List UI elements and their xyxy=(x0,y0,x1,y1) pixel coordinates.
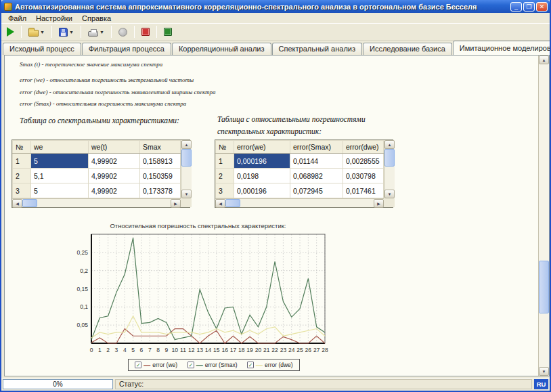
cell-error-we[interactable]: 0,0198 xyxy=(234,169,290,183)
scrollbar-thumb[interactable] xyxy=(225,199,240,207)
svg-text:21: 21 xyxy=(263,347,270,353)
chevron-down-icon: ▼ xyxy=(100,30,104,35)
legend-checkbox-error-smax[interactable]: ✓ xyxy=(188,362,194,368)
window-titlebar: Автоматизированная система аппроксиматив… xyxy=(1,0,550,13)
content-vertical-scrollbar[interactable]: ▲ ▼ xyxy=(538,56,549,376)
column-header-smax[interactable]: Smax xyxy=(140,141,181,154)
scroll-right-button[interactable]: ▶ xyxy=(374,199,384,208)
maximize-button[interactable]: ❐ xyxy=(523,2,535,12)
cell-error-we[interactable]: 0,000196 xyxy=(234,183,290,198)
tab-simulation-modeling[interactable]: Имитационное моделирование xyxy=(453,41,551,55)
svg-text:25: 25 xyxy=(296,347,303,353)
errors-line-chart: 0,050,10,150,20,250123456789101112131415… xyxy=(66,230,330,356)
scroll-up-button[interactable]: ▲ xyxy=(181,140,192,149)
scroll-down-button[interactable]: ▼ xyxy=(181,190,192,198)
scroll-left-button[interactable]: ◀ xyxy=(215,199,225,208)
cell-error-dwe[interactable]: 0,017461 xyxy=(343,183,384,198)
cell-smax[interactable]: 0,158913 xyxy=(140,154,181,169)
scroll-down-button[interactable]: ▼ xyxy=(384,190,395,198)
svg-text:10: 10 xyxy=(171,347,178,353)
cell-smax[interactable]: 0,150359 xyxy=(140,169,181,183)
row-number-cell[interactable]: 2 xyxy=(13,169,31,183)
scroll-up-button[interactable]: ▲ xyxy=(539,56,549,64)
column-header-number[interactable]: № xyxy=(216,141,234,154)
right-table-title-line1: Таблица с относительными погрешностями xyxy=(217,115,366,123)
printer-icon xyxy=(88,31,98,37)
svg-text:2: 2 xyxy=(106,347,110,353)
svg-text:7: 7 xyxy=(148,347,152,353)
open-folder-icon xyxy=(28,30,39,37)
app-icon xyxy=(4,3,12,11)
svg-text:22: 22 xyxy=(271,347,278,353)
minimize-button[interactable]: _ xyxy=(510,2,522,12)
cell-smax[interactable]: 0,173378 xyxy=(140,183,181,198)
column-header-error-smax[interactable]: error(Smax) xyxy=(290,141,343,154)
column-header-wet[interactable]: we(t) xyxy=(89,141,140,154)
legend-checkbox-error-we[interactable]: ✓ xyxy=(135,362,141,368)
cell-error-smax[interactable]: 0,01144 xyxy=(290,154,343,169)
stop-button[interactable] xyxy=(139,25,152,39)
close-button[interactable]: ✕ xyxy=(536,2,548,12)
chevron-down-icon: ▼ xyxy=(69,30,74,35)
menu-item-file[interactable]: Файл xyxy=(4,14,30,23)
print-button[interactable]: ▼ xyxy=(85,25,107,39)
scrollbar-thumb[interactable] xyxy=(539,261,549,313)
tab-source-process[interactable]: Исходный процесс xyxy=(3,43,81,55)
row-number-cell[interactable]: 1 xyxy=(216,154,234,169)
cell-error-smax[interactable]: 0,072945 xyxy=(290,183,343,198)
cell-error-smax[interactable]: 0,068982 xyxy=(290,169,343,183)
scroll-up-button[interactable]: ▲ xyxy=(384,140,395,149)
column-header-we[interactable]: we xyxy=(31,141,89,154)
column-header-error-dwe[interactable]: error(dwe) xyxy=(343,141,384,154)
column-header-number[interactable]: № xyxy=(13,141,31,154)
table-vertical-scrollbar[interactable]: ▲ ▼ xyxy=(181,140,192,198)
table-row: 3 0,000196 0,072945 0,017461 xyxy=(216,183,384,198)
tab-basis-research[interactable]: Исследование базиса xyxy=(363,43,452,55)
tab-correlation-analysis[interactable]: Корреляционный анализ xyxy=(172,43,271,55)
open-button[interactable]: ▼ xyxy=(26,25,47,39)
legend-label: error (we) xyxy=(152,362,177,368)
cell-error-dwe[interactable]: 0,0028555 xyxy=(343,154,384,169)
scroll-down-button[interactable]: ▼ xyxy=(539,367,549,376)
play-icon xyxy=(7,27,14,37)
cell-we-selected[interactable]: 5 xyxy=(31,154,89,169)
cell-wet[interactable]: 4,99902 xyxy=(89,169,140,183)
cell-we[interactable]: 5,1 xyxy=(31,169,89,183)
scrollbar-thumb[interactable] xyxy=(384,149,395,167)
column-header-error-we[interactable]: error(we) xyxy=(234,141,290,154)
export-excel-button[interactable] xyxy=(161,25,175,39)
row-number-cell[interactable]: 3 xyxy=(13,183,31,198)
table-horizontal-scrollbar[interactable]: ◀ ▶ xyxy=(215,198,384,207)
menu-item-help[interactable]: Справка xyxy=(78,14,115,23)
table-vertical-scrollbar[interactable]: ▲ ▼ xyxy=(384,140,395,198)
row-number-cell[interactable]: 2 xyxy=(216,169,234,183)
run-button[interactable] xyxy=(4,25,17,39)
row-number-cell[interactable]: 3 xyxy=(216,183,234,198)
scrollbar-thumb[interactable] xyxy=(22,199,37,207)
cell-wet[interactable]: 4,99902 xyxy=(89,183,140,198)
save-button[interactable]: ▼ xyxy=(56,25,76,39)
save-floppy-icon xyxy=(59,28,68,37)
svg-text:18: 18 xyxy=(238,347,245,353)
pause-circle-icon xyxy=(118,28,127,37)
scrollbar-thumb[interactable] xyxy=(181,149,192,167)
table-row: 3 5 4,99902 0,173378 xyxy=(13,183,181,198)
table-header-row: № error(we) error(Smax) error(dwe) xyxy=(216,141,384,154)
cell-error-we-selected[interactable]: 0,000196 xyxy=(234,154,290,169)
language-indicator[interactable]: RU xyxy=(534,379,548,389)
table-row: 1 0,000196 0,01144 0,0028555 xyxy=(216,154,384,169)
legend-checkbox-error-dwe[interactable]: ✓ xyxy=(247,362,254,368)
pause-button[interactable] xyxy=(116,25,130,39)
cell-wet[interactable]: 4,99902 xyxy=(89,154,140,169)
scroll-left-button[interactable]: ◀ xyxy=(12,199,22,208)
row-number-cell[interactable]: 1 xyxy=(13,154,31,169)
scroll-right-button[interactable]: ▶ xyxy=(171,199,181,208)
table-horizontal-scrollbar[interactable]: ◀ ▶ xyxy=(12,198,181,207)
cell-error-dwe[interactable]: 0,030798 xyxy=(343,169,384,183)
menu-item-settings[interactable]: Настройки xyxy=(32,14,76,23)
line-sample-icon: — xyxy=(144,362,150,369)
legend-item-error-smax: ✓ — error (Smax) xyxy=(188,362,238,369)
cell-we[interactable]: 5 xyxy=(31,183,89,198)
tab-spectral-analysis[interactable]: Спектральный анализ xyxy=(272,43,362,55)
tab-filtering[interactable]: Фильтрация процесса xyxy=(82,43,171,55)
